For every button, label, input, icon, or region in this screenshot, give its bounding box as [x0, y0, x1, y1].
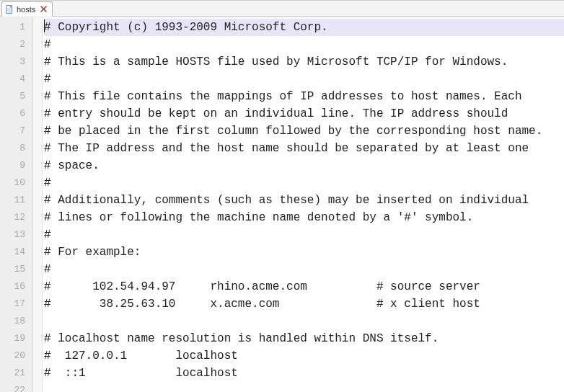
line-number: 19 [0, 330, 32, 347]
code-line[interactable]: # 127.0.0.1 localhost [44, 347, 564, 365]
tab-bar: hosts [0, 1, 564, 17]
editor-window: hosts 1234567891011121314151617181920212… [0, 0, 564, 392]
line-number: 2 [0, 36, 32, 53]
code-line[interactable]: # [44, 226, 564, 244]
line-number: 3 [0, 53, 32, 71]
text-caret [44, 19, 45, 32]
code-line[interactable]: # For example: [44, 244, 564, 261]
code-content[interactable]: # Copyright (c) 1993-2009 Microsoft Corp… [43, 17, 564, 392]
code-line[interactable]: # [44, 36, 564, 53]
code-line[interactable] [44, 382, 564, 392]
code-line[interactable]: # [44, 174, 564, 192]
line-number: 16 [0, 278, 32, 295]
line-number: 20 [0, 347, 32, 365]
line-number: 10 [0, 174, 32, 192]
code-line[interactable] [44, 313, 564, 330]
editor-area[interactable]: 12345678910111213141516171819202122 # Co… [0, 17, 564, 392]
line-number: 6 [0, 105, 32, 122]
line-number: 17 [0, 295, 32, 313]
tab-hosts[interactable]: hosts [1, 1, 53, 17]
code-line[interactable]: # lines or following the machine name de… [44, 209, 564, 226]
line-number: 1 [0, 19, 32, 36]
code-line[interactable]: # Additionally, comments (such as these)… [44, 192, 564, 209]
code-line[interactable]: # 38.25.63.10 x.acme.com # x client host [44, 295, 564, 313]
code-line[interactable]: # 102.54.94.97 rhino.acme.com # source s… [44, 278, 564, 295]
line-number-gutter: 12345678910111213141516171819202122 [0, 17, 33, 392]
line-number: 15 [0, 261, 32, 278]
code-line[interactable]: # The IP address and the host name shoul… [44, 140, 564, 157]
code-line[interactable]: # entry should be kept on an individual … [44, 105, 564, 122]
code-line[interactable]: # [44, 261, 564, 278]
code-line[interactable]: # be placed in the first column followed… [44, 122, 564, 140]
line-number: 8 [0, 140, 32, 157]
line-number: 18 [0, 313, 32, 330]
close-icon[interactable] [40, 5, 48, 13]
line-number: 5 [0, 88, 32, 105]
line-number: 11 [0, 192, 32, 209]
line-number: 4 [0, 71, 32, 88]
code-line[interactable]: # ::1 localhost [44, 365, 564, 382]
line-number: 21 [0, 365, 32, 382]
line-number: 7 [0, 122, 32, 140]
fold-margin [33, 17, 43, 392]
code-line[interactable]: # localhost name resolution is handled w… [44, 330, 564, 347]
tab-label: hosts [17, 5, 35, 14]
line-number: 14 [0, 244, 32, 261]
line-number: 9 [0, 157, 32, 174]
code-line[interactable]: # This file contains the mappings of IP … [44, 88, 564, 105]
line-number: 12 [0, 209, 32, 226]
code-line[interactable]: # Copyright (c) 1993-2009 Microsoft Corp… [44, 19, 564, 36]
code-line[interactable]: # This is a sample HOSTS file used by Mi… [44, 53, 564, 71]
code-line[interactable]: # space. [44, 157, 564, 174]
code-line[interactable]: # [44, 71, 564, 88]
line-number: 22 [0, 382, 32, 392]
line-number: 13 [0, 226, 32, 244]
file-icon [5, 5, 14, 14]
